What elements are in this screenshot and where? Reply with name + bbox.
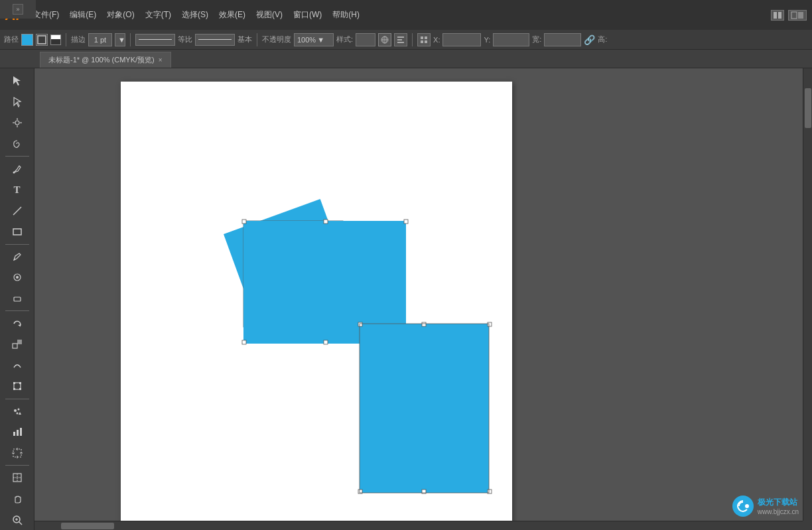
tool-free-transform[interactable] [7, 376, 28, 397]
tab-bar: » 未标题-1* @ 100% (CMYK/预览) × [0, 50, 812, 68]
tab-title: 未标题-1* @ 100% (CMYK/预览) [48, 55, 155, 65]
menu-object[interactable]: 对象(O) [102, 7, 139, 23]
globe-icon[interactable] [378, 33, 391, 46]
left-toolbar: T [0, 68, 34, 530]
opacity-dropdown[interactable]: 100%▼ [294, 33, 334, 46]
svg-rect-22 [13, 229, 21, 235]
expand-panel-btn[interactable]: » [13, 4, 23, 15]
tool-line[interactable] [7, 200, 28, 221]
svg-rect-8 [397, 36, 404, 38]
handle-tl-3 [358, 322, 362, 326]
link-proportions-icon[interactable]: 🔗 [584, 34, 595, 45]
path-label: 路径 [4, 34, 19, 44]
menu-type[interactable]: 文字(T) [140, 7, 176, 23]
w-input[interactable]: 2.1389 i [544, 33, 581, 46]
tool-sep-5 [5, 465, 29, 466]
align-icon[interactable] [394, 33, 407, 46]
shape-rect-3[interactable] [360, 324, 489, 493]
svg-rect-33 [13, 388, 15, 390]
svg-rect-2 [791, 12, 797, 19]
svg-point-54 [745, 504, 749, 508]
canvas-area[interactable]: 极光下载站 www.bjjczx.cn [34, 68, 812, 530]
tool-warp[interactable] [7, 355, 28, 375]
svg-rect-28 [13, 344, 17, 348]
base-label: 基本 [237, 34, 252, 44]
x-input[interactable]: 7.625 in [442, 33, 481, 46]
stroke-style-preview[interactable] [135, 34, 175, 46]
tool-sep-1 [5, 156, 29, 157]
handle-tr-3 [488, 322, 492, 326]
h-scroll-thumb[interactable] [61, 523, 114, 529]
tool-eraser[interactable] [7, 289, 28, 309]
stroke-label: 描边 [71, 34, 86, 44]
tool-rect[interactable] [7, 222, 28, 242]
svg-point-36 [17, 408, 19, 410]
svg-line-50 [19, 522, 22, 525]
tab-close-btn[interactable]: × [159, 56, 163, 64]
scrollbar-corner [803, 521, 812, 530]
vertical-scrollbar[interactable] [803, 68, 812, 521]
tool-slice[interactable] [7, 468, 28, 488]
stroke-options-dropdown[interactable]: ▼ [115, 33, 125, 46]
v-scroll-thumb[interactable] [805, 88, 811, 128]
stroke-style2-preview[interactable] [195, 34, 235, 46]
tool-pencil[interactable] [7, 247, 28, 267]
svg-rect-40 [20, 428, 22, 436]
svg-point-35 [14, 409, 17, 412]
menu-view[interactable]: 视图(V) [251, 7, 288, 23]
svg-rect-13 [421, 40, 423, 43]
watermark-logo-circle [732, 496, 754, 517]
tool-type[interactable]: T [7, 180, 28, 200]
tool-select[interactable] [7, 71, 28, 92]
tool-scale[interactable] [7, 334, 28, 355]
tool-blob-brush[interactable] [7, 267, 28, 288]
fill-swatch[interactable] [21, 34, 33, 46]
tool-symbol-spray[interactable] [7, 401, 28, 421]
properties-toolbar: 路径 描边 ▼ 等比 基本 不透明度 100%▼ 样式: X: 7.625 in… [0, 30, 812, 50]
menu-effect[interactable]: 效果(E) [214, 7, 251, 23]
color-mode-icon[interactable] [50, 34, 61, 45]
tool-magic-wand[interactable] [7, 113, 28, 133]
arrange-icon[interactable] [771, 10, 784, 21]
watermark-brand: 极光下载站 [758, 497, 799, 508]
menu-select[interactable]: 选择(S) [176, 7, 214, 23]
stroke-swatch[interactable] [36, 34, 48, 46]
tool-hand[interactable] [7, 489, 28, 509]
style-swatch[interactable] [356, 33, 375, 46]
tool-zoom[interactable] [7, 509, 28, 530]
menu-help[interactable]: 帮助(H) [327, 7, 365, 23]
tool-lasso[interactable] [7, 134, 28, 155]
svg-rect-1 [778, 12, 781, 19]
artwork-svg [121, 82, 512, 530]
artboard [121, 82, 512, 530]
h-label: 高: [598, 34, 607, 44]
horizontal-scrollbar[interactable] [34, 521, 803, 530]
svg-rect-38 [13, 432, 15, 436]
tool-pen[interactable] [7, 159, 28, 179]
svg-rect-29 [17, 340, 22, 344]
tool-graph[interactable] [7, 422, 28, 442]
svg-rect-32 [19, 382, 21, 384]
document-tab[interactable]: 未标题-1* @ 100% (CMYK/预览) × [40, 52, 171, 68]
svg-rect-26 [14, 297, 21, 301]
stroke-weight-input[interactable] [88, 33, 112, 46]
tool-direct-select[interactable] [7, 92, 28, 113]
watermark-text-block: 极光下载站 www.bjjczx.cn [758, 497, 799, 515]
tool-sep-3 [5, 310, 29, 311]
layout-icon[interactable] [788, 10, 807, 21]
grid-icon[interactable] [417, 33, 431, 46]
menu-edit[interactable]: 编辑(E) [64, 7, 102, 23]
svg-point-20 [13, 171, 15, 173]
handle-tm-3 [422, 322, 426, 326]
tool-artboard[interactable] [7, 443, 28, 464]
svg-point-19 [15, 121, 19, 125]
menu-window[interactable]: 窗口(W) [288, 7, 327, 23]
handle-tl-2 [242, 220, 246, 224]
svg-rect-31 [13, 382, 15, 384]
tool-rotate[interactable] [7, 313, 28, 334]
watermark-url: www.bjjczx.cn [758, 508, 799, 515]
y-input[interactable]: 6.9375 i [493, 33, 529, 46]
svg-rect-39 [17, 430, 19, 436]
svg-rect-10 [397, 42, 404, 43]
style-label: 样式: [336, 34, 353, 44]
